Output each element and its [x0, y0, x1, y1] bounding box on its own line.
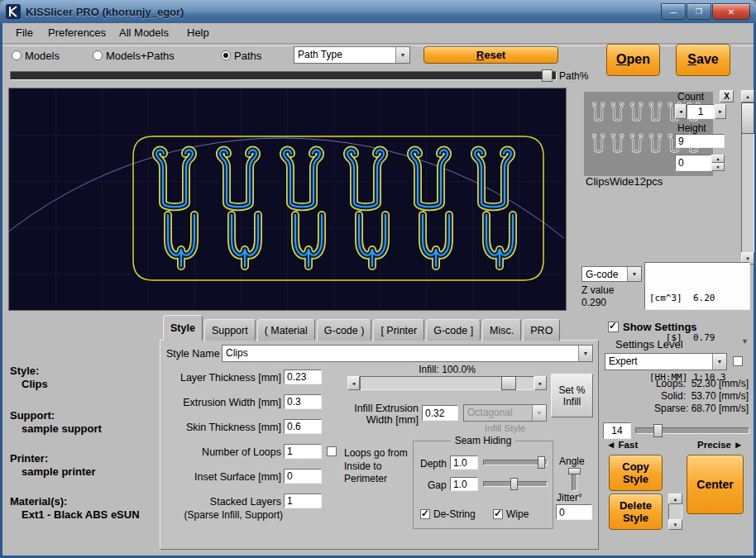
skin-thickness-input[interactable]: [284, 419, 322, 434]
angle-slider-thumb[interactable]: [568, 468, 581, 475]
settings-level-select[interactable]: Expert: [605, 353, 727, 370]
toolpath-canvas: [9, 88, 564, 308]
maximize-button[interactable]: [687, 3, 711, 20]
tab-material-gcode[interactable]: G-code ): [317, 319, 372, 341]
summary-printer-value: sample printer: [22, 465, 96, 478]
summary-printer-label: Printer:: [10, 452, 48, 465]
show-settings-checkbox[interactable]: [608, 322, 619, 332]
titlebar[interactable]: KISSlicer PRO (khorunjy_egor): [0, 0, 756, 23]
angle-label: Angle: [559, 455, 585, 467]
count-decrement-button[interactable]: [675, 104, 687, 119]
menu-help[interactable]: Help: [182, 25, 214, 41]
de-string-checkbox[interactable]: [420, 509, 430, 519]
extrusion-width-input[interactable]: [284, 394, 322, 409]
settings-level-value: Expert: [605, 354, 712, 370]
path-type-select[interactable]: Path Type: [294, 46, 410, 64]
style-spinner-down-button[interactable]: [668, 519, 682, 530]
infill-slider-left-button[interactable]: [347, 376, 360, 390]
path-percent-slider[interactable]: [10, 71, 557, 80]
arrow-down-icon: [745, 256, 750, 261]
gcode-select[interactable]: G-code: [581, 266, 642, 282]
arrow-left-icon: [678, 109, 683, 114]
chevron-down-icon: [712, 354, 726, 370]
path-percent-slider-thumb[interactable]: [542, 69, 553, 82]
count-label: Count: [677, 91, 704, 103]
center-button[interactable]: Center: [687, 455, 744, 514]
menu-preferences[interactable]: Preferences: [43, 25, 111, 41]
settings-level-chevron-icon: [741, 337, 749, 346]
infill-extrusion-width-input[interactable]: [422, 405, 458, 421]
style-name-value: Clips: [222, 346, 578, 361]
tab-printer[interactable]: [ Printer: [373, 319, 424, 341]
layer-spin-down-button[interactable]: [711, 163, 725, 171]
model-remove-button[interactable]: X: [720, 90, 734, 103]
tab-printer-gcode[interactable]: G-code ]: [426, 319, 481, 341]
wipe-checkbox[interactable]: [493, 509, 503, 519]
layer-spin-up-button[interactable]: [711, 155, 725, 163]
style-spinner-up-button[interactable]: [668, 494, 682, 504]
inset-surface-input[interactable]: [284, 469, 322, 484]
depth-slider-thumb[interactable]: [538, 456, 545, 469]
infill-slider-thumb[interactable]: [501, 376, 516, 390]
minimize-button[interactable]: [661, 3, 686, 20]
tab-support[interactable]: Support: [204, 319, 256, 341]
tab-misc[interactable]: Misc.: [482, 319, 521, 341]
reset-button[interactable]: Reset: [423, 46, 558, 64]
gap-input[interactable]: [450, 477, 478, 491]
settings-level-label: Settings Level: [615, 338, 683, 351]
print-stats-box: [cm^3] 6.20 [$] 0.79 [HH:MM] 1:10.3: [644, 262, 750, 310]
count-input[interactable]: [687, 104, 715, 119]
build-plate-viewport[interactable]: [8, 88, 567, 311]
jitter-input[interactable]: [556, 504, 592, 520]
stacked-layers-input[interactable]: [284, 494, 322, 508]
infill-style-caption: Infill Style: [463, 423, 547, 433]
infill-slider[interactable]: [347, 376, 547, 390]
minimize-icon: [670, 7, 677, 16]
summary-materials-label: Material(s):: [10, 495, 67, 508]
number-of-loops-input[interactable]: [284, 444, 322, 459]
tab-style[interactable]: Style: [163, 315, 203, 341]
open-button[interactable]: Open: [606, 44, 660, 76]
precision-slider[interactable]: [635, 427, 749, 434]
precision-slider-thumb[interactable]: [653, 424, 663, 437]
menu-file[interactable]: File: [11, 25, 38, 41]
menu-all-models[interactable]: All Models: [114, 25, 174, 41]
tab-pro[interactable]: PRO: [523, 319, 560, 341]
gap-slider-thumb[interactable]: [510, 478, 518, 490]
depth-label: Depth: [420, 458, 447, 470]
copy-style-button[interactable]: Copy Style: [609, 455, 663, 491]
loops-inside-checkbox[interactable]: [327, 446, 337, 456]
chevron-down-icon: [627, 267, 641, 281]
height-input[interactable]: [675, 134, 725, 148]
chevron-down-icon: [532, 405, 546, 421]
scrollbar-up-button[interactable]: [741, 90, 754, 103]
infill-slider-right-button[interactable]: [534, 376, 547, 390]
infill-style-value: Octagonal: [464, 405, 532, 421]
height-label: Height: [677, 122, 706, 134]
count-increment-button[interactable]: [715, 104, 726, 119]
infill-percent-label: Infill: 100.0%: [347, 364, 547, 375]
precision-input[interactable]: [603, 422, 631, 439]
scrollbar-thumb[interactable]: [741, 103, 754, 134]
depth-input[interactable]: [450, 455, 478, 470]
tab-bar: Style Support ( Material G-code ) [ Prin…: [163, 319, 562, 341]
radio-models-paths[interactable]: [93, 50, 103, 60]
set-infill-button[interactable]: Set % Infill: [551, 374, 593, 417]
layer-thickness-label: Layer Thickness [mm]: [160, 372, 281, 384]
style-name-select[interactable]: Clips: [222, 345, 593, 362]
chevron-down-icon: [578, 346, 592, 361]
layer-spin-input[interactable]: [675, 155, 711, 171]
tab-material[interactable]: ( Material: [257, 319, 315, 341]
save-button[interactable]: Save: [676, 44, 730, 76]
radio-models[interactable]: [12, 50, 22, 60]
close-button[interactable]: [712, 3, 750, 20]
settings-extra-checkbox[interactable]: [733, 356, 743, 366]
delete-style-button[interactable]: Delete Style: [609, 494, 663, 530]
radio-models-paths-label: Models+Paths: [106, 50, 175, 62]
skin-thickness-label: Skin Thickness [mm]: [160, 422, 281, 433]
layer-thickness-input[interactable]: [284, 370, 322, 384]
radio-paths[interactable]: [221, 50, 231, 60]
summary-support-label: Support:: [10, 409, 55, 422]
radio-paths-label: Paths: [234, 50, 261, 62]
show-settings-label: Show Settings: [623, 321, 697, 333]
